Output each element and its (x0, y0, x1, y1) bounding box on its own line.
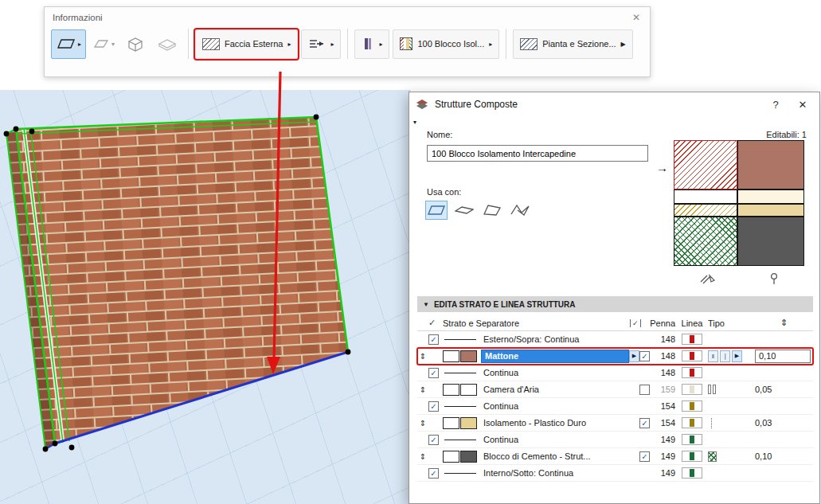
edit-skin-section-header[interactable]: ▼ EDITA STRATO E LINEA STRUTTURA (417, 296, 813, 312)
table-row[interactable]: ⇕ Camera d'Aria 159 0,05 (417, 381, 813, 398)
skin-type-icon[interactable] (708, 385, 711, 394)
skin-name-field[interactable]: Mattone (481, 350, 629, 363)
thickness-field[interactable]: 0,10 (755, 350, 811, 363)
pen-color-swatch[interactable] (682, 367, 702, 378)
pen-checkbox[interactable] (639, 385, 650, 395)
close-icon[interactable]: ✕ (631, 12, 642, 23)
table-row[interactable]: ⇕ Blocco di Cemento - Strut... ✓ 149 0,1… (417, 448, 813, 465)
skin-name[interactable]: Camera d'Aria (479, 385, 639, 394)
marquee-tool-button[interactable]: ▾ (89, 29, 118, 59)
pen-number[interactable]: 149 (655, 435, 678, 444)
skin-fill-swatch[interactable] (460, 384, 477, 396)
skin-name[interactable]: Blocco di Cemento - Strut... (479, 451, 639, 461)
use-with-wall-button[interactable] (425, 201, 448, 220)
row-drag-handle[interactable]: ⇕ (417, 419, 428, 428)
section-collapse-icon[interactable]: ▼ (423, 301, 429, 308)
pen-number[interactable]: 154 (655, 418, 678, 428)
chevron-right-icon[interactable]: ▶ (629, 350, 639, 362)
chevron-right-icon[interactable]: ▸ (330, 41, 334, 48)
dialog-titlebar[interactable]: Strutture Composte ? ✕ (409, 92, 819, 116)
chevron-right-icon[interactable]: ▸ (78, 41, 81, 48)
skin-type-icon[interactable]: ∣ (720, 350, 730, 362)
table-row[interactable]: ✓ Continua 148 (417, 365, 813, 381)
table-row[interactable]: ✓ Esterno/Sopra: Continua 148 (417, 331, 813, 348)
row-drag-handle[interactable]: ⇕ (417, 352, 428, 361)
surface-pin-icon[interactable] (768, 272, 780, 287)
skin-hatch-swatch[interactable] (443, 417, 459, 429)
collapse-arrow-icon[interactable]: ▾ (413, 119, 416, 126)
pen-number[interactable]: 148 (655, 351, 678, 361)
slab-box-tool-button[interactable] (153, 29, 182, 59)
skin-type-icon[interactable] (713, 385, 716, 394)
skin-name[interactable]: Isolamento - Plastico Duro (479, 418, 639, 428)
pen-color-swatch[interactable] (682, 434, 702, 445)
chevron-right-icon[interactable]: ▸ (379, 41, 382, 48)
table-row[interactable]: ⇕ Isolamento - Plastico Duro ✓ 154 0,03 (417, 415, 813, 432)
row-checkbox[interactable]: ✓ (428, 401, 439, 412)
cut-fill-pens-icon[interactable] (700, 272, 716, 287)
skin-hatch-swatch[interactable] (443, 451, 459, 463)
skin-hatch-swatch[interactable] (443, 384, 459, 396)
skin-fill-swatch[interactable] (460, 350, 477, 362)
pen-checkbox[interactable]: ✓ (639, 418, 650, 428)
brick-wall-3d[interactable] (0, 90, 411, 504)
row-checkbox[interactable]: ✓ (428, 435, 439, 445)
thickness-value[interactable]: 0,03 (751, 418, 813, 428)
chevron-down-icon[interactable]: ▾ (111, 41, 115, 48)
row-drag-handle[interactable]: ⇕ (417, 385, 428, 394)
pen-color-swatch[interactable] (682, 451, 702, 462)
row-checkbox[interactable]: ✓ (428, 368, 439, 378)
use-with-shell-button[interactable] (509, 201, 531, 220)
roof-icon (483, 204, 502, 217)
pen-number[interactable]: 154 (655, 401, 678, 411)
display-option-label: Pianta e Sezione... (542, 39, 616, 49)
row-checkbox[interactable]: ✓ (428, 334, 439, 345)
skin-type-icon[interactable]: ‖ (708, 350, 718, 362)
help-icon[interactable]: ? (765, 99, 786, 111)
pen-color-swatch[interactable] (682, 350, 702, 361)
pen-color-swatch[interactable] (682, 400, 702, 412)
pen-number[interactable]: 149 (655, 468, 678, 478)
pen-color-swatch[interactable] (682, 417, 702, 428)
thickness-value[interactable]: 0,10 (751, 451, 813, 461)
display-option-button[interactable]: Pianta e Sezione... ▶ (513, 29, 633, 59)
pen-number[interactable]: 159 (655, 385, 678, 394)
pen-checkbox[interactable]: ✓ (639, 451, 650, 462)
thickness-value[interactable]: 0,05 (751, 385, 813, 394)
wall-structure-button[interactable]: ▸ (354, 29, 389, 59)
skin-fill-swatch[interactable] (460, 451, 477, 463)
row-checkbox[interactable]: ✓ (428, 468, 439, 479)
pen-color-swatch[interactable] (682, 467, 702, 479)
skin-type-icon[interactable] (708, 451, 717, 462)
chevron-right-icon[interactable]: ▸ (287, 41, 291, 48)
table-row[interactable]: ✓ Continua 149 (417, 432, 813, 448)
chevron-right-icon[interactable]: ▸ (489, 41, 492, 48)
slab-icon (455, 205, 474, 216)
skin-fill-swatch[interactable] (460, 417, 477, 429)
chevron-right-icon[interactable]: ▶ (732, 350, 742, 362)
chevron-right-icon[interactable]: ▶ (621, 41, 626, 48)
pen-color-swatch[interactable] (682, 334, 702, 345)
3d-viewport[interactable] (0, 90, 411, 504)
inject-parameters-button[interactable]: ▸ (301, 29, 341, 59)
faccia-esterna-button[interactable]: Faccia Esterna ▸ (195, 29, 298, 59)
box-tool-button[interactable] (121, 29, 150, 59)
table-row-selected[interactable]: ⇕ Mattone ▶ ✓ 148 ‖ ∣ ▶ 0,10 (417, 348, 813, 365)
composite-name-input[interactable] (427, 145, 648, 162)
table-row[interactable]: ✓ Interno/Sotto: Continua 149 (417, 465, 813, 482)
pen-number[interactable]: 149 (655, 451, 678, 461)
wall-tool-button[interactable]: ▸ (51, 29, 86, 59)
skin-hatch-swatch[interactable] (443, 350, 459, 362)
row-drag-handle[interactable]: ⇕ (417, 452, 428, 461)
use-with-roof-button[interactable] (481, 201, 503, 220)
preview-insulation-fill (737, 204, 804, 217)
pen-number[interactable]: 148 (655, 334, 678, 344)
skin-type-icon[interactable] (711, 418, 712, 428)
composite-select-button[interactable]: 100 Blocco Isol... ▸ (393, 29, 499, 59)
pen-number[interactable]: 148 (655, 368, 678, 377)
pen-color-swatch[interactable] (682, 384, 702, 395)
use-with-slab-button[interactable] (453, 201, 475, 220)
table-row[interactable]: ✓ Continua 154 (417, 398, 813, 415)
pen-checkbox[interactable]: ✓ (639, 351, 650, 361)
close-icon[interactable]: ✕ (792, 99, 813, 111)
